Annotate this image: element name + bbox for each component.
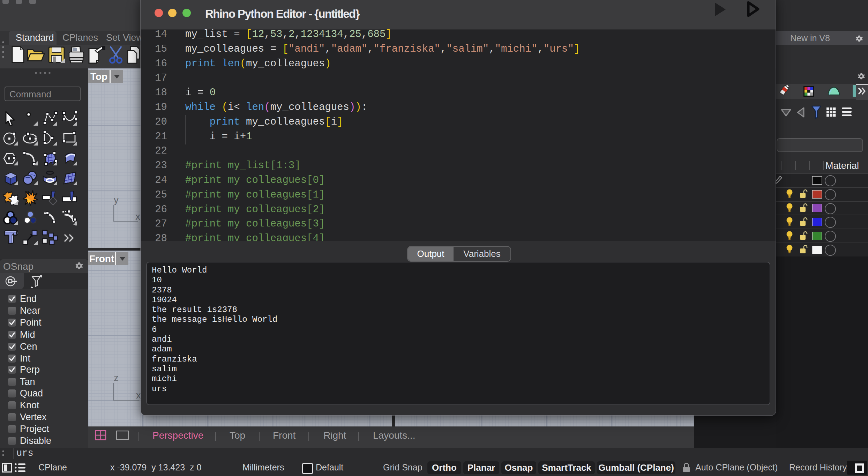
svg-text:z: z: [114, 373, 119, 383]
svg-text:x: x: [135, 211, 140, 222]
svg-text:y: y: [114, 195, 119, 205]
svg-text:x: x: [136, 390, 141, 401]
